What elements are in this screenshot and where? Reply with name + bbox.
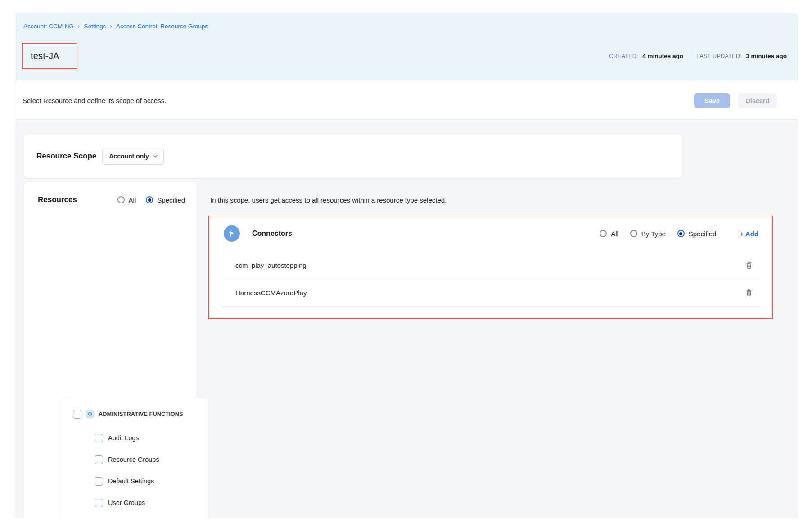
administrative-functions-card: ⚙ ADMINISTRATIVE FUNCTIONS Audit Logs Re… bbox=[61, 398, 208, 532]
meta-divider bbox=[690, 51, 690, 60]
chevron-right-icon: › bbox=[110, 23, 112, 30]
connectors-header: Connectors All By Type Specified + Add bbox=[210, 217, 771, 242]
resource-scope-select[interactable]: Account only bbox=[102, 148, 164, 165]
breadcrumb-resource-groups-link[interactable]: Access Control: Resource Groups bbox=[116, 23, 208, 30]
trash-icon bbox=[744, 288, 753, 297]
connectors-radio-by-type[interactable]: By Type bbox=[630, 230, 666, 238]
resource-item-audit-logs[interactable]: Audit Logs bbox=[61, 427, 208, 449]
radio-label: By Type bbox=[641, 230, 666, 238]
chevron-down-icon bbox=[153, 154, 158, 158]
resources-panel: Resources All Specified ⚙ ADMINISTRATIVE… bbox=[24, 182, 197, 518]
last-updated-label: LAST UPDATED: bbox=[696, 53, 742, 59]
annotation-highlight-connectors: Connectors All By Type Specified + Add bbox=[208, 216, 773, 319]
checkbox[interactable] bbox=[95, 455, 103, 464]
resource-item-resource-groups[interactable]: Resource Groups bbox=[61, 449, 208, 470]
connectors-card: Connectors All By Type Specified + Add bbox=[210, 217, 771, 317]
created-label: CREATED: bbox=[609, 53, 638, 59]
radio-selected-icon bbox=[677, 230, 685, 237]
resource-type-list: Audit Logs Resource Groups Default Setti… bbox=[61, 427, 208, 532]
resource-item-user-groups[interactable]: User Groups bbox=[61, 492, 208, 514]
resource-item-default-settings[interactable]: Default Settings bbox=[61, 470, 208, 492]
gear-icon: ⚙ bbox=[86, 410, 95, 419]
add-connectors-button[interactable]: + Add bbox=[740, 230, 758, 238]
viewport-bottom-mask bbox=[0, 518, 812, 532]
connectors-title: Connectors bbox=[252, 230, 292, 238]
connector-row: HarnessCCMAzurePlay bbox=[222, 279, 760, 307]
page-title: test-JA bbox=[23, 51, 59, 61]
radio-label: All bbox=[611, 230, 618, 238]
radio-icon bbox=[630, 230, 637, 237]
breadcrumb-account-link[interactable]: Account: CCM-NG bbox=[23, 23, 74, 30]
resource-group-detail-page: Account: CCM-NG › Settings › Access Cont… bbox=[0, 0, 812, 532]
scope-description: In this scope, users get access to all r… bbox=[210, 196, 447, 204]
toolbar-description: Select Resource and define its scope of … bbox=[23, 97, 166, 104]
last-updated-value: 3 minutes ago bbox=[746, 53, 787, 59]
chevron-right-icon: › bbox=[78, 23, 80, 30]
checkbox[interactable] bbox=[95, 434, 103, 442]
radio-label: Specified bbox=[689, 230, 717, 238]
group-header-administrative-functions[interactable]: ⚙ ADMINISTRATIVE FUNCTIONS bbox=[61, 398, 208, 419]
resource-item-label: Resource Groups bbox=[108, 456, 159, 463]
radio-label: All bbox=[129, 196, 136, 204]
delete-connector-button[interactable] bbox=[743, 287, 755, 298]
resources-radio-specified[interactable]: Specified bbox=[146, 196, 185, 204]
connectors-radio-all[interactable]: All bbox=[600, 230, 618, 238]
annotation-highlight-title: test-JA bbox=[22, 43, 77, 69]
radio-icon bbox=[117, 196, 125, 203]
resource-scope-card: Resource Scope Account only bbox=[24, 134, 682, 178]
checkbox[interactable] bbox=[95, 499, 103, 507]
save-button[interactable]: Save bbox=[694, 93, 730, 108]
resource-item-label: Audit Logs bbox=[108, 434, 139, 442]
radio-selected-icon bbox=[146, 196, 153, 203]
resources-heading: Resources bbox=[38, 195, 77, 204]
resource-item-label: User Groups bbox=[108, 499, 145, 506]
connectors-options: All By Type Specified + Add bbox=[600, 230, 758, 238]
resources-radio-all[interactable]: All bbox=[117, 196, 136, 204]
breadcrumb-settings-link[interactable]: Settings bbox=[84, 23, 106, 30]
connectors-list: ccm_play_autostopping bbox=[222, 252, 760, 307]
resources-header: Resources All Specified bbox=[24, 182, 197, 204]
checkbox[interactable] bbox=[95, 477, 103, 486]
delete-connector-button[interactable] bbox=[743, 259, 755, 271]
resource-scope-label: Resource Scope bbox=[36, 152, 96, 161]
connector-name: HarnessCCMAzurePlay bbox=[235, 289, 307, 297]
group-label: ADMINISTRATIVE FUNCTIONS bbox=[99, 411, 183, 417]
connector-row: ccm_play_autostopping bbox=[222, 252, 760, 279]
timestamps: CREATED: 4 minutes ago LAST UPDATED: 3 m… bbox=[609, 51, 787, 60]
resource-item-label: Default Settings bbox=[108, 478, 154, 485]
breadcrumb: Account: CCM-NG › Settings › Access Cont… bbox=[23, 23, 208, 30]
branch-arrows-icon bbox=[224, 225, 240, 242]
trash-icon bbox=[744, 261, 753, 270]
connectors-radio-specified[interactable]: Specified bbox=[677, 230, 717, 238]
resource-scope-selected-value: Account only bbox=[109, 153, 153, 160]
radio-label: Specified bbox=[157, 196, 185, 204]
checkbox[interactable] bbox=[73, 410, 81, 419]
connector-name: ccm_play_autostopping bbox=[235, 261, 307, 269]
discard-button[interactable]: Discard bbox=[738, 93, 777, 108]
radio-icon bbox=[600, 230, 607, 237]
created-value: 4 minutes ago bbox=[642, 53, 683, 59]
